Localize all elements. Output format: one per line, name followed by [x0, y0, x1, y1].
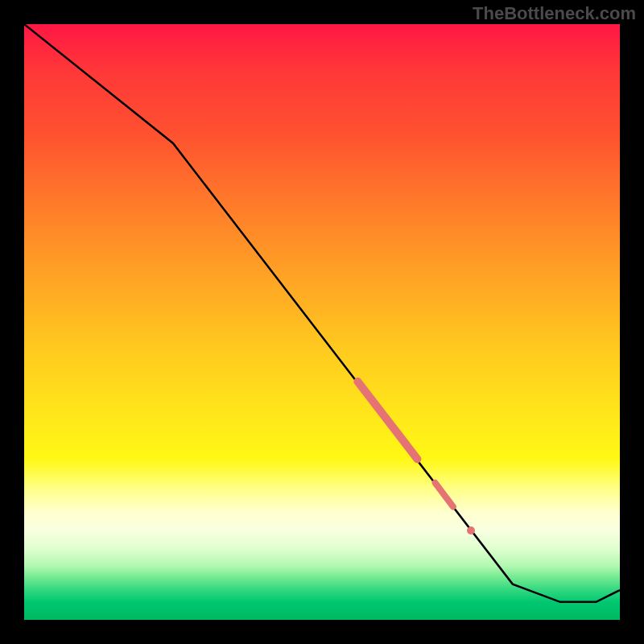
- watermark-text: TheBottleneck.com: [473, 3, 636, 24]
- chart-plot-area: [24, 24, 620, 620]
